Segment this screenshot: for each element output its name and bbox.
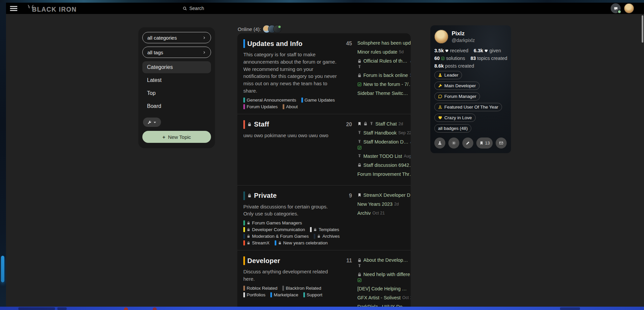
action-count: 13: [485, 141, 490, 146]
filter-dropdown-all-categories[interactable]: all categories: [142, 32, 211, 43]
scroll-indicator[interactable]: [1, 256, 4, 282]
topic-item: Staff HandbookSep 22: [357, 130, 411, 136]
subcategory-link[interactable]: StreamX: [243, 240, 270, 245]
badge-crazy-in-love[interactable]: Crazy in Love: [434, 114, 476, 122]
subcategory-link[interactable]: Archives: [314, 234, 340, 239]
topic-link[interactable]: GFX Artist - Solivest: [357, 295, 401, 300]
badge-featured-user-of-the-year[interactable]: Featured User Of The Year: [434, 103, 502, 111]
badge-main-developer[interactable]: Main Developer: [434, 82, 480, 90]
badge-all-badges-48-[interactable]: all badges (48): [434, 124, 471, 133]
site-logo[interactable]: Black Iron: [27, 3, 77, 13]
topic-link[interactable]: Staff Chat: [375, 121, 397, 127]
category-title-link[interactable]: Updates and Info: [247, 40, 302, 48]
category-color-bar: [243, 120, 245, 129]
online-avatar-3[interactable]: [274, 25, 281, 33]
topic-link[interactable]: About the Developme...: [363, 257, 411, 263]
sidebar-item-board[interactable]: Board: [142, 100, 211, 112]
topic-link[interactable]: DarkPixlz - UI/UX Designe...: [357, 304, 409, 307]
topic-link[interactable]: New Years 2023: [357, 201, 393, 207]
topic-link[interactable]: StreamX Developer Discu...: [363, 192, 411, 198]
subcategory-link[interactable]: Marketplace: [270, 292, 298, 297]
category-admin-wrench-button[interactable]: [143, 118, 161, 127]
topic-link[interactable]: Staff discussion 69420 (I'...: [363, 162, 411, 168]
subcategory-link[interactable]: Support: [303, 292, 322, 297]
messages-button[interactable]: [496, 138, 507, 149]
subcategory-link[interactable]: Developer Communication: [243, 227, 305, 232]
subcategory-list: Forum Games ManagersDeveloper Communicat…: [243, 220, 340, 245]
topic-link[interactable]: Forum Improvement Threa...: [357, 171, 411, 177]
search-button[interactable]: Search: [183, 3, 204, 14]
subcategory-link[interactable]: Forum Games Managers: [243, 220, 302, 225]
category-title-link[interactable]: Developer: [247, 257, 280, 265]
subcategory-name: Game Updates: [305, 98, 335, 103]
sidebar-item-categories[interactable]: Categories: [142, 61, 211, 73]
subcategory-link[interactable]: Portfolios: [243, 292, 265, 297]
lock-icon: [357, 73, 362, 78]
pin-icon: [369, 122, 374, 126]
topic-date: Sep 22: [398, 131, 411, 135]
pin-icon: [357, 131, 362, 135]
bookmarks-button[interactable]: 13: [476, 138, 493, 149]
lock-icon: [313, 228, 317, 231]
topic-link[interactable]: Minor rules update: [357, 49, 397, 55]
subcategory-link[interactable]: Roblox Related: [243, 286, 277, 291]
badge-leader[interactable]: Leader: [434, 71, 462, 79]
subcategory-link[interactable]: Game Updates: [301, 98, 335, 103]
topic-link[interactable]: Sidebar Theme Switcher: [357, 91, 409, 96]
online-label: Online (4):: [238, 26, 261, 32]
filter-dropdown-all-tags[interactable]: all tags: [142, 47, 211, 58]
subcategory-link[interactable]: BlackIron Related: [282, 286, 321, 291]
topic-link[interactable]: Staff Handbook: [363, 130, 397, 136]
topic-item: Solisphere has been updat...1m: [357, 40, 411, 46]
profile-avatar[interactable]: [434, 30, 448, 44]
subcategory-name: Forum Games Managers: [252, 220, 302, 225]
topic-link[interactable]: Master TODO List: [363, 154, 402, 159]
topic-link[interactable]: Need help with different h...: [363, 272, 411, 277]
sidebar-item-top[interactable]: Top: [142, 87, 211, 99]
topic-link[interactable]: Archiv: [357, 210, 371, 216]
edit-button[interactable]: [462, 138, 473, 149]
chevron-right-icon: [202, 36, 206, 40]
lock-icon: [278, 241, 282, 245]
background-banner: [0, 0, 644, 3]
subcategory-link[interactable]: About: [283, 104, 298, 109]
sidebar-item-latest[interactable]: Latest: [142, 74, 211, 86]
subcategory-color-bar: [243, 227, 245, 232]
topic-link[interactable]: [DEV] Code Helping Meg...: [357, 286, 409, 291]
subcategory-link[interactable]: Moderation & Forum Games: [243, 234, 309, 239]
category-title-link[interactable]: Private: [254, 192, 277, 199]
stat-label: received: [450, 48, 468, 53]
user-button[interactable]: [434, 138, 445, 149]
badge-forum-manager[interactable]: Forum Manager: [434, 92, 480, 101]
lock-icon: [363, 122, 368, 126]
topic-link[interactable]: Forum is back online: [363, 73, 408, 78]
bookmark-icon: [357, 193, 362, 197]
hamburger-menu-icon[interactable]: [10, 6, 17, 11]
chat-button[interactable]: [611, 3, 621, 13]
page-scrollbar[interactable]: [642, 15, 643, 43]
topic-link[interactable]: Solisphere has been updat...: [357, 40, 411, 46]
topic-date: Aug 13: [404, 154, 411, 158]
category-topic-count: 45: [342, 39, 352, 109]
chat-icon: [438, 94, 442, 99]
topic-link[interactable]: New to the forum - 7/25/...: [363, 82, 411, 87]
topic-item: GFX Artist - SolivestOct 16: [357, 295, 411, 300]
subcategory-color-bar: [243, 234, 245, 239]
lock-icon: [247, 241, 250, 245]
filter-label: all categories: [147, 35, 177, 41]
subcategory-link[interactable]: General Announcements: [243, 98, 296, 103]
category-color-bar: [243, 39, 245, 48]
topic-link[interactable]: Official Rules of the Bl...: [363, 58, 408, 64]
subcategory-name: BlackIron Related: [286, 286, 321, 291]
subcategory-name: Support: [307, 292, 322, 297]
chevron-right-icon: [202, 51, 206, 54]
subcategory-link[interactable]: New years celebration: [275, 240, 328, 245]
settings-button[interactable]: [448, 138, 459, 149]
new-topic-button[interactable]: + New Topic: [142, 131, 211, 143]
subcategory-link[interactable]: Forum Updates: [243, 104, 278, 109]
category-title-link[interactable]: Staff: [254, 121, 269, 128]
topic-link[interactable]: Staff Moderation Disc...: [363, 139, 408, 145]
subcategory-link[interactable]: Templates: [310, 227, 339, 232]
user-avatar[interactable]: [624, 3, 634, 13]
person-icon: [438, 141, 442, 145]
